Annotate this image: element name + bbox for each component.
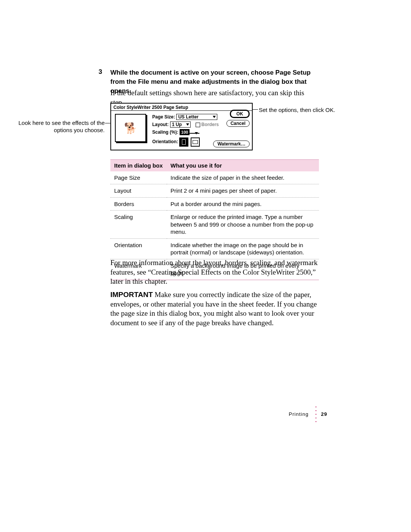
- important-label: IMPORTANT: [110, 291, 153, 299]
- more-info-paragraph: For more information about the layout, b…: [110, 258, 319, 286]
- table-row: Layout Print 2 or 4 mini pages per sheet…: [110, 184, 319, 198]
- orientation-label: Orientation:: [152, 139, 178, 144]
- table-row: Scaling Enlarge or reduce the printed im…: [110, 211, 319, 239]
- layout-label: Layout:: [152, 122, 169, 127]
- preview-pane: 🐕: [115, 114, 146, 142]
- orientation-portrait-button[interactable]: [179, 137, 188, 147]
- table-cell-item: Scaling: [110, 211, 167, 239]
- table-cell-use: Print 2 or 4 mini pages per sheet of pap…: [167, 184, 319, 198]
- important-paragraph: IMPORTANT Make sure you correctly indica…: [110, 290, 319, 328]
- table-cell-item: Borders: [110, 197, 167, 211]
- footer-dots-icon: • • • • •: [314, 406, 318, 423]
- table-header-item: Item in dialog box: [110, 160, 167, 171]
- table-header-use: What you use it for: [167, 160, 319, 171]
- scaling-input[interactable]: 100: [180, 129, 190, 135]
- dialog-title: Color StyleWriter 2500 Page Setup: [111, 104, 252, 110]
- table-header-row: Item in dialog box What you use it for: [110, 160, 319, 171]
- table-cell-use: Enlarge or reduce the printed image. Typ…: [167, 211, 319, 239]
- orientation-landscape-button[interactable]: [191, 137, 200, 147]
- table-row: Orientation Indicate whether the image o…: [110, 238, 319, 259]
- table-cell-item: Layout: [110, 184, 167, 198]
- page-size-label: Page Size:: [152, 114, 175, 120]
- table-row: Page Size Indicate the size of paper in …: [110, 171, 319, 184]
- scaling-label: Scaling (%):: [152, 129, 178, 135]
- table-cell-use: Indicate the size of paper in the sheet …: [167, 171, 319, 184]
- layout-popup[interactable]: 1 Up: [170, 121, 191, 128]
- borders-checkbox[interactable]: [196, 123, 200, 127]
- callout-preview: Look here to see the effects of the opti…: [0, 120, 105, 134]
- dog-icon: 🐕: [124, 122, 137, 134]
- cancel-button[interactable]: Cancel: [226, 120, 250, 127]
- table-cell-use: Indicate whether the image on the page s…: [167, 238, 319, 259]
- table-cell-item: Orientation: [110, 238, 167, 259]
- footer-page-number: 29: [321, 411, 327, 417]
- borders-label: Borders: [201, 122, 219, 127]
- watermark-button[interactable]: Watermark…: [213, 141, 250, 147]
- footer-section: Printing: [289, 411, 309, 417]
- page-footer: Printing 29: [289, 411, 327, 417]
- scaling-popup[interactable]: [190, 133, 199, 134]
- ok-button[interactable]: OK: [230, 110, 250, 118]
- page-setup-dialog: Color StyleWriter 2500 Page Setup 🐕 Page…: [110, 103, 253, 150]
- table-row: Borders Put a border around the mini pag…: [110, 197, 319, 211]
- table-cell-use: Put a border around the mini pages.: [167, 197, 319, 211]
- page-size-popup[interactable]: US Letter: [176, 114, 217, 120]
- table-cell-item: Page Size: [110, 171, 167, 184]
- step-number: 3: [99, 68, 102, 76]
- callout-ok: Set the options, then click OK.: [259, 107, 335, 114]
